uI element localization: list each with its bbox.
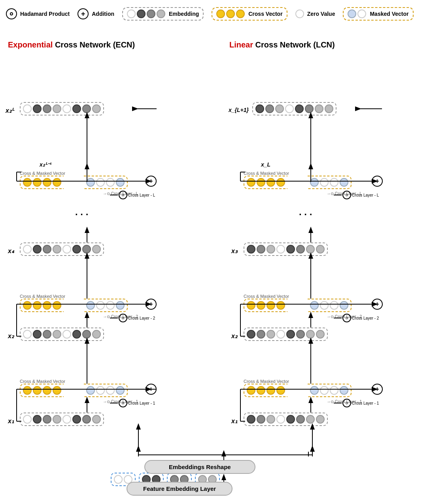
zero-circle [295, 9, 304, 18]
lcn-had1: Cross Layer - 1 [334, 399, 379, 407]
ecn-x4-c3 [43, 245, 51, 254]
ecn-x2L-c8 [92, 104, 101, 113]
lcn-x2-c6 [296, 330, 305, 339]
ecn-x4-row [20, 242, 104, 256]
lcn-x1-c4 [276, 415, 285, 424]
lcn-cmv2-y1 [247, 301, 255, 310]
ecn-add1: + [146, 384, 157, 395]
lcn-x2-c8 [316, 330, 325, 339]
embedding-label: Embedding [169, 11, 199, 17]
ecn-x1-c1 [23, 415, 32, 424]
lcn-hadL: Cross Layer - L [334, 191, 379, 199]
lcn-cmv1-b1 [310, 386, 319, 395]
lcn-x2-c7 [306, 330, 315, 339]
lcn-x2-c4 [276, 330, 285, 339]
lcn-cmv1-masked [308, 384, 352, 397]
cross-vector-legend: Cross Vector [212, 7, 287, 21]
ecn-cmvL-y1 [23, 178, 32, 187]
masked-vector-legend: Masked Vector [343, 7, 413, 21]
lcn-x1-c5 [286, 415, 295, 424]
lcn-x3-c6 [296, 245, 305, 254]
lcn-cmv1-y4 [276, 386, 285, 395]
ecn-title-red: Exponential [8, 40, 53, 49]
ecn-x1-c4 [53, 415, 61, 424]
ecn-x2L-row [20, 102, 104, 115]
lcn-x2-c5 [286, 330, 295, 339]
feature-embedding-box: Feature Embedding Layer [127, 482, 233, 496]
lcn-xL1-c6 [305, 104, 314, 113]
lcn-x1-row [244, 413, 328, 426]
ecn-cmvL-b3 [106, 178, 115, 187]
ecn-cmv1-y2 [33, 386, 42, 395]
ecn-x2-label: x₂ [8, 332, 14, 340]
lcn-cmv2-b3 [330, 301, 338, 310]
ecn-cmv2-y1 [23, 301, 32, 310]
ecn-x1-c6 [72, 415, 81, 424]
lcn-cmv2-y3 [267, 301, 275, 310]
ecn-cmv2-masked [84, 299, 128, 312]
ecn-cmvL-y3 [43, 178, 51, 187]
ecn-cmv1-cross [20, 384, 64, 397]
ecn-x1-row [20, 413, 104, 426]
lcn-x1-c7 [306, 415, 315, 424]
ecn-x1-c8 [92, 415, 101, 424]
lcn-x3-c5 [286, 245, 295, 254]
ecn-cmv1-b3 [106, 386, 115, 395]
ecn-cmvL-label: Cross & Masked Vector [20, 171, 65, 176]
reshape-box: Embeddings Reshape [144, 460, 255, 474]
lcn-xL1-c7 [315, 104, 323, 113]
lcn-cmvL-y4 [276, 178, 285, 187]
lcn-had2: Cross Layer - 2 [334, 314, 379, 322]
lcn-x2-label: x₂ [231, 332, 237, 340]
ecn-x2-row [20, 328, 104, 341]
lcn-x1-label: x₁ [231, 417, 237, 425]
mv-circle-1 [348, 9, 356, 18]
lcn-title: Linear Cross Network (LCN) [229, 40, 335, 49]
cross-vector-label: Cross Vector [248, 11, 282, 17]
lcn-xL-label: x_L [261, 161, 270, 168]
lcn-title-black: Cross Network (LCN) [253, 40, 335, 49]
zero-value-label: Zero Value [307, 11, 335, 17]
ecn-x4-c8 [92, 245, 101, 254]
ecn-cmv2-y3 [43, 301, 51, 310]
ecn-x2-c4 [53, 330, 61, 339]
lcn-cmvL-y3 [267, 178, 275, 187]
ecn-dots: . . . [75, 206, 88, 218]
ecn-x2L-label: x₂ᴸ [6, 107, 14, 114]
lcn-cmvL-b3 [330, 178, 338, 187]
ecn-cmv1-y3 [43, 386, 51, 395]
lcn-cmvL-b2 [320, 178, 329, 187]
lcn-x1-c6 [296, 415, 305, 424]
hadamard-legend: Hadamard Product [6, 8, 70, 19]
ecn-x1-c2 [33, 415, 42, 424]
ecn-cmvL-cross [20, 176, 64, 189]
ecn-add2: + [146, 299, 157, 310]
lcn-cmv2-y4 [276, 301, 285, 310]
ecn-cmv1-y4 [53, 386, 61, 395]
addition-legend: + Addition [78, 8, 114, 19]
ecn-cmv2-label: Cross & Masked Vector [20, 294, 65, 299]
lcn-cmvL-b4 [340, 178, 348, 187]
lcn-x1-c8 [316, 415, 325, 424]
mv-circle-2 [357, 9, 366, 18]
ecn-cmv1-label: Cross & Masked Vector [20, 379, 65, 384]
lcn-cmv2-b4 [340, 301, 348, 310]
lcn-x1-c2 [257, 415, 265, 424]
lcn-xL1-row [252, 102, 336, 115]
ecn-x4-c4 [53, 245, 61, 254]
lcn-cmvL-y2 [257, 178, 265, 187]
lcn-cmvL-b1 [310, 178, 319, 187]
ecn-cmv1-b1 [86, 386, 95, 395]
ecn-x4-c7 [82, 245, 91, 254]
ecn-cmvL-y4 [53, 178, 61, 187]
ecn-cmv2-y2 [33, 301, 42, 310]
hadamard-label: Hadamard Product [20, 11, 70, 17]
lcn-x3-c4 [276, 245, 285, 254]
lcn-xL1-c4 [285, 104, 294, 113]
lcn-cmv2-b1 [310, 301, 319, 310]
ecn-x2L-c5 [62, 104, 71, 113]
lcn-cmvL-masked [308, 176, 352, 189]
ecn-x2L-c4 [53, 104, 61, 113]
ecn-cmvL-y2 [33, 178, 42, 187]
lcn-cmv2-y2 [257, 301, 265, 310]
